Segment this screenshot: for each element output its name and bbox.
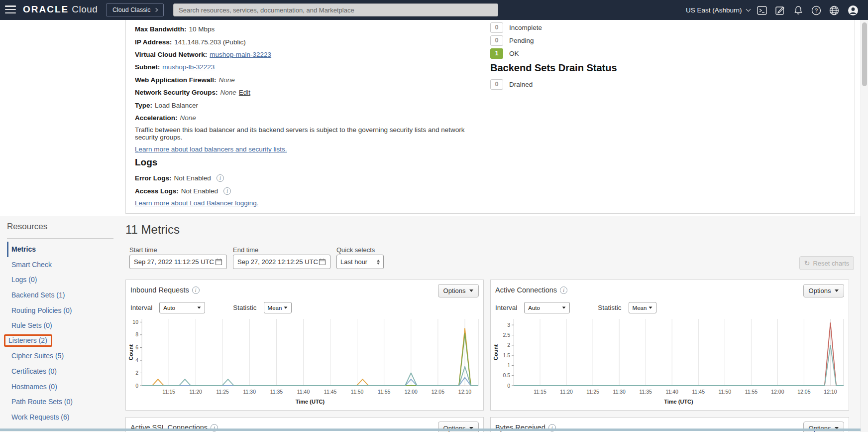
sidebar-item-metrics[interactable]: Metrics	[7, 242, 113, 257]
details-section: Max Bandwidth:10 Mbps IP Address:141.148…	[0, 20, 868, 216]
cloud-shell-icon[interactable]	[756, 4, 768, 16]
svg-text:Count: Count	[493, 344, 499, 360]
svg-text:11:50: 11:50	[351, 389, 364, 395]
detail-row: Access Logs:Not Enabledi	[135, 185, 483, 197]
detail-label: Subnet:	[135, 63, 160, 71]
detail-row: Type:Load Balancer	[135, 99, 483, 111]
detail-label: Type:	[135, 102, 152, 109]
resources-title: Resources	[7, 222, 113, 239]
start-time-input[interactable]: Sep 27, 2022 11:12:25 UTC	[129, 255, 227, 269]
cloud-classic-button[interactable]: Cloud Classic	[106, 3, 164, 16]
profile-avatar-icon[interactable]	[847, 4, 859, 16]
sidebar-item-logs[interactable]: Logs (0)	[7, 272, 113, 288]
svg-text:11:35: 11:35	[270, 389, 283, 395]
options-button[interactable]: Options	[803, 284, 844, 297]
detail-row: IP Address:141.148.75.203 (Public)	[135, 35, 483, 48]
interval-label: Interval	[130, 304, 152, 311]
detail-value: None	[220, 89, 236, 96]
sidebar-item-cipher-suites[interactable]: Cipher Suites (5)	[7, 348, 113, 364]
quick-selects-label: Quick selects	[336, 246, 375, 254]
svg-text:2: 2	[507, 342, 510, 348]
svg-text:2.5: 2.5	[503, 332, 510, 338]
reset-charts-label: Reset charts	[813, 260, 849, 267]
subnet-link[interactable]: mushop-lb-32223	[162, 63, 215, 71]
vertical-scrollbar[interactable]	[861, 20, 868, 432]
notifications-bell-icon[interactable]	[792, 4, 804, 16]
region-selector[interactable]: US East (Ashburn)	[686, 0, 750, 20]
highlight-annotation-box: Listeners (2)	[4, 334, 52, 347]
detail-label: Acceleration:	[135, 114, 178, 122]
oracle-cloud-logo: ORACLECloud	[23, 4, 98, 15]
svg-text:Time (UTC): Time (UTC)	[664, 399, 693, 405]
svg-text:11:45: 11:45	[692, 389, 705, 395]
detail-label: Web Application Firewall:	[135, 76, 217, 84]
svg-text:11:55: 11:55	[378, 389, 391, 395]
sidebar-item-smart-check[interactable]: Smart Check	[7, 257, 113, 273]
brand-oracle: ORACLE	[23, 4, 69, 14]
quick-selects-dropdown[interactable]: Last hour	[336, 255, 384, 269]
svg-text:11:35: 11:35	[639, 389, 652, 395]
inbound-requests-chart: 11:1511:2011:2511:3011:3511:4011:4511:50…	[127, 312, 482, 410]
sidebar-item-listeners[interactable]: Listeners (2)	[7, 333, 113, 349]
svg-text:11:20: 11:20	[189, 389, 202, 395]
detail-label: Access Logs:	[135, 187, 179, 195]
details-list: Max Bandwidth:10 Mbps IP Address:141.148…	[135, 23, 483, 207]
sidebar-item-path-route-sets[interactable]: Path Route Sets (0)	[7, 394, 113, 410]
options-button[interactable]: Options	[438, 284, 479, 297]
svg-text:12:10: 12:10	[824, 389, 837, 395]
detail-value: 141.148.75.203 (Public)	[174, 38, 245, 46]
caret-down-icon	[835, 289, 839, 292]
end-time-input[interactable]: Sep 27, 2022 12:12:25 UTC	[233, 255, 330, 269]
language-globe-icon[interactable]	[828, 4, 840, 16]
svg-text:11:55: 11:55	[745, 389, 758, 395]
quick-selects-value: Last hour	[340, 258, 367, 266]
sidebar-item-routing-policies[interactable]: Routing Policies (0)	[7, 302, 113, 318]
svg-text:?: ?	[815, 7, 818, 13]
detail-row: Acceleration:None	[135, 112, 483, 124]
svg-text:6: 6	[135, 344, 138, 350]
svg-text:11:20: 11:20	[560, 389, 573, 395]
reset-charts-button[interactable]: ↻ Reset charts	[799, 256, 854, 270]
cloud-classic-label: Cloud Classic	[112, 6, 150, 13]
vcn-link[interactable]: mushop-main-32223	[210, 51, 271, 58]
chart-title: Active Connections	[495, 286, 557, 294]
statistic-label: Statistic	[233, 304, 256, 311]
info-icon[interactable]: i	[223, 187, 231, 195]
security-lists-link[interactable]: Learn more about load balancers and secu…	[135, 145, 287, 153]
help-icon[interactable]: ?	[810, 4, 822, 16]
sidebar-item-rule-sets[interactable]: Rule Sets (0)	[7, 318, 113, 333]
svg-text:4: 4	[135, 357, 138, 363]
caret-down-icon	[469, 289, 473, 292]
detail-label: Max Bandwidth:	[135, 25, 187, 33]
info-icon[interactable]: i	[217, 174, 224, 182]
announcements-edit-icon[interactable]	[774, 4, 786, 16]
backend-sets-status: 0Incomplete 0Pending 1OK Backend Sets Dr…	[490, 21, 699, 91]
sidebar-item-hostnames[interactable]: Hostnames (0)	[7, 379, 113, 394]
hamburger-menu-icon[interactable]	[5, 5, 17, 14]
detail-value: 10 Mbps	[189, 25, 215, 33]
logs-heading: Logs	[135, 157, 483, 168]
svg-text:11:15: 11:15	[534, 389, 546, 395]
edit-nsg-link[interactable]: Edit	[239, 89, 250, 96]
svg-text:12:00: 12:00	[405, 389, 418, 395]
start-time-value: Sep 27, 2022 11:12:25 UTC	[134, 258, 214, 266]
interval-label: Interval	[495, 304, 517, 311]
sidebar-item-certificates[interactable]: Certificates (0)	[7, 364, 113, 379]
svg-text:0: 0	[135, 383, 138, 389]
region-label: US East (Ashburn)	[686, 6, 742, 14]
metrics-section: Resources Metrics Smart Check Logs (0) B…	[0, 216, 868, 432]
chevron-down-icon	[746, 6, 751, 11]
sidebar-item-backend-sets[interactable]: Backend Sets (1)	[7, 288, 113, 303]
detail-value: Not Enabled	[181, 187, 218, 195]
logging-link[interactable]: Learn more about Load Balancer logging.	[135, 199, 258, 207]
info-icon[interactable]: i	[192, 287, 200, 294]
svg-text:12:00: 12:00	[771, 389, 784, 395]
status-label: Pending	[509, 37, 534, 44]
scrollbar-thumb[interactable]	[862, 22, 867, 86]
svg-text:10: 10	[132, 319, 138, 325]
info-icon[interactable]: i	[560, 287, 567, 294]
search-input[interactable]	[174, 4, 498, 16]
sidebar-item-work-requests[interactable]: Work Requests (6)	[7, 410, 113, 425]
security-note: Traffic between this load balancer and i…	[135, 126, 483, 141]
svg-text:11:30: 11:30	[243, 389, 256, 395]
